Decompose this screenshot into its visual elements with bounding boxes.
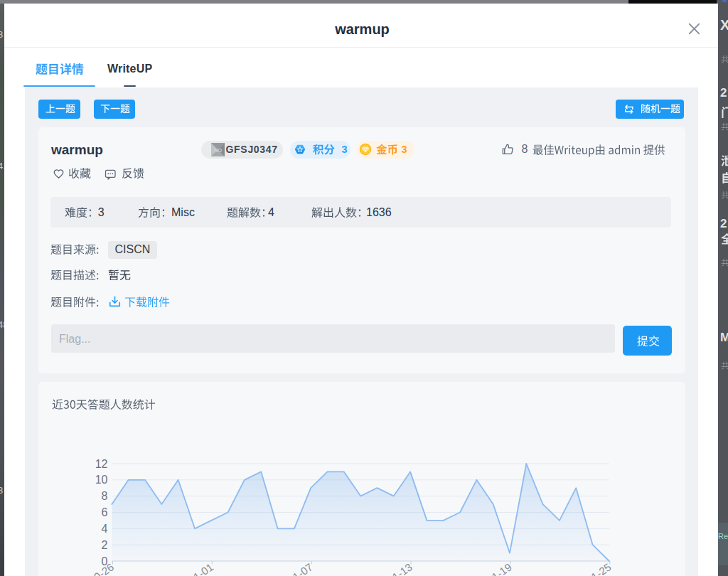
svg-text:11-13: 11-13: [386, 561, 414, 576]
svg-text:8: 8: [102, 490, 108, 502]
svg-text:6: 6: [102, 506, 108, 518]
svg-text:10: 10: [95, 474, 108, 486]
svg-text:11-19: 11-19: [485, 561, 513, 576]
svg-text:11-25: 11-25: [584, 561, 613, 576]
svg-text:11-07: 11-07: [287, 561, 315, 576]
svg-text:11-01: 11-01: [187, 561, 215, 576]
svg-text:NO: NO: [213, 146, 221, 153]
svg-text:12: 12: [95, 458, 108, 470]
svg-text:2: 2: [102, 539, 108, 551]
svg-text:4: 4: [102, 523, 108, 535]
